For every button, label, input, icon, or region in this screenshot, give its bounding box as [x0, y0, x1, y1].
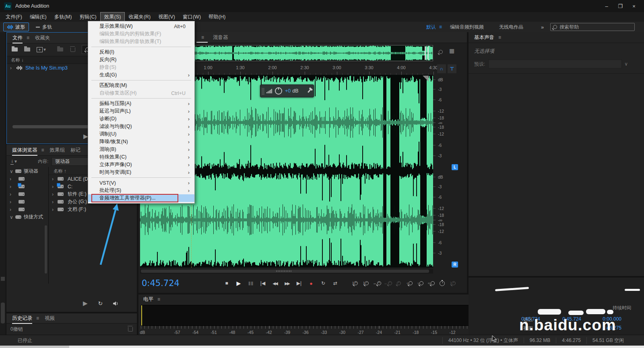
pause-timer-button[interactable]	[438, 279, 447, 287]
menubar-item-4[interactable]: 效果(S)	[101, 12, 125, 22]
multitrack-view-button[interactable]: 多轨	[32, 23, 56, 31]
view-range-handle[interactable]	[427, 46, 429, 60]
loop-preview-button[interactable]: ↻	[98, 300, 103, 307]
import-dropdown-icon[interactable]: ▾	[14, 159, 17, 164]
menubar-item-2[interactable]: 多轨(M)	[51, 12, 76, 22]
file-name[interactable]: She Is My Sin.mp3	[25, 65, 68, 71]
workspace-overflow-icon[interactable]: »	[541, 24, 544, 30]
open-file-icon[interactable]	[12, 47, 18, 51]
tree-item-drive-3[interactable]: ›	[6, 198, 48, 206]
editor-grid-icon[interactable]: ▦	[449, 47, 454, 54]
effects-menu-item-17[interactable]: 降噪/恢复(N)›	[88, 138, 194, 146]
zoom-preset-icon[interactable]	[439, 50, 443, 54]
zoom-out-width-button[interactable]: ↔−	[383, 279, 392, 287]
new-content-dropdown-icon[interactable]: ▾	[43, 47, 46, 52]
import-file-icon[interactable]	[24, 47, 30, 51]
menubar-item-6[interactable]: 视图(V)	[155, 12, 179, 22]
marker-tee-icon[interactable]: ⊤	[448, 64, 456, 73]
effects-menu-item-20[interactable]: 立体声声像(O)›	[88, 161, 194, 169]
hud-gain-knob[interactable]	[275, 87, 282, 95]
zoom-reset-button[interactable]: +	[394, 279, 403, 287]
auto-play-speaker-button[interactable]	[112, 301, 119, 306]
tab-effects-rack[interactable]: 效果组	[50, 147, 65, 154]
playhead-time-display[interactable]: 0:45.724	[142, 278, 180, 288]
effects-menu-item-14[interactable]: 诊断(D)›	[88, 115, 194, 123]
tree-item-drive-2[interactable]: ›	[6, 190, 48, 198]
menubar-item-3[interactable]: 剪辑(C)	[76, 12, 100, 22]
skip-to-end-button[interactable]: ▶|	[295, 279, 303, 287]
tab-mixer[interactable]: 混音器	[213, 34, 228, 41]
menubar-item-8[interactable]: 帮助(H)	[205, 12, 229, 22]
effects-menu-item-12[interactable]: 振幅与压限(A)›	[88, 100, 194, 107]
effects-menu-item-16[interactable]: 调制(U)›	[88, 130, 194, 138]
volume-hud[interactable]: +0 dB	[260, 84, 314, 97]
zoom-out-button[interactable]: |−	[361, 279, 371, 287]
levels-menu-icon[interactable]: ≡	[157, 297, 160, 302]
tree-item-drive-0[interactable]: ›	[6, 175, 48, 183]
tree-item-drives[interactable]: ∨驱动器	[6, 167, 48, 175]
minimize-button[interactable]: –	[600, 0, 613, 12]
loop-playback-button[interactable]: ↻	[319, 279, 328, 287]
preview-play-button[interactable]: ▶	[83, 133, 88, 140]
record-button[interactable]: ●	[307, 279, 316, 287]
workspace-default-tab[interactable]: 默认	[426, 24, 436, 31]
help-search-input[interactable]: 搜索帮助	[550, 23, 635, 31]
effects-menu-item-1[interactable]: 编辑效果组内的剪辑效果(F)	[88, 30, 194, 38]
new-content-icon[interactable]: +	[37, 47, 43, 52]
tree-item-drive-1[interactable]: ›	[6, 183, 48, 190]
close-button[interactable]: ×	[627, 0, 641, 12]
rewind-button[interactable]: ◀◀	[270, 279, 279, 287]
zoom-in-disabled-button[interactable]: |+	[448, 279, 458, 287]
effects-menu-item-2[interactable]: 编辑效果组内的音轨效果(T)	[88, 38, 194, 45]
restore-button[interactable]: ❐	[613, 0, 627, 12]
expand-file-icon[interactable]: ›	[10, 65, 12, 71]
essential-sound-menu-icon[interactable]: ≡	[498, 35, 501, 40]
left-channel-badge[interactable]: L	[452, 164, 458, 170]
hud-gain-value[interactable]: +0	[285, 88, 291, 94]
effects-menu-item-7[interactable]: 生成(G)›	[88, 71, 194, 79]
effects-menu-item-13[interactable]: 延迟与回声(L)›	[88, 107, 194, 115]
files-name-column-header[interactable]: 名称 ↓	[11, 57, 24, 63]
import-media-icon[interactable]: ↓	[10, 158, 14, 165]
pause-button[interactable]: ▮▮	[246, 279, 255, 287]
tab-favorites[interactable]: 收藏夹	[35, 35, 50, 41]
editor-menu-icon[interactable]: ≡	[201, 35, 204, 40]
effects-menu-item-15[interactable]: 滤波与均衡(Q)›	[88, 123, 194, 130]
menubar-item-5[interactable]: 收藏夹(R)	[125, 12, 154, 22]
workspace-edit-av-tab[interactable]: 编辑音频到视频	[450, 24, 484, 31]
files-horizontal-scrollbar[interactable]	[12, 125, 98, 128]
menubar-item-7[interactable]: 窗口(W)	[179, 12, 204, 22]
stop-button[interactable]: ■	[222, 279, 231, 287]
zoom-selection-right-button[interactable]: ›	[416, 279, 425, 287]
zoom-in-button[interactable]: |+	[351, 279, 360, 287]
zoom-in-width-button[interactable]: ↔+	[372, 279, 382, 287]
effects-menu-item-0[interactable]: 显示效果组(W)Alt+0	[88, 23, 194, 30]
skip-to-start-button[interactable]: |◀	[258, 279, 267, 287]
preset-dropdown[interactable]	[488, 60, 622, 68]
editor-horizontal-scrollbar[interactable]	[140, 269, 433, 274]
effects-menu-item-19[interactable]: 特殊效果(C)›	[88, 153, 194, 161]
right-channel-badge[interactable]: R	[452, 262, 458, 268]
files-panel-menu-icon[interactable]: ≡	[27, 35, 29, 41]
effects-menu-item-24[interactable]: 批处理(S)›	[88, 187, 194, 194]
snap-magnet-icon[interactable]: ∩	[437, 64, 446, 73]
hud-pin-icon[interactable]	[308, 89, 311, 93]
tab-files[interactable]: 文件	[12, 35, 23, 43]
tab-media-browser[interactable]: 媒体浏览器	[12, 147, 37, 156]
menubar-item-1[interactable]: 编辑(E)	[26, 12, 50, 22]
history-menu-icon[interactable]: ≡	[36, 315, 39, 321]
left-scrollbar[interactable]	[1, 303, 5, 323]
effects-menu-item-18[interactable]: 混响(B)›	[88, 146, 194, 153]
effects-menu-item-6[interactable]: 静音(S)	[88, 64, 194, 71]
effects-menu-item-21[interactable]: 时间与变调(E)›	[88, 169, 194, 176]
tree-scrollbar[interactable]	[45, 225, 47, 274]
effects-menu-item-9[interactable]: 匹配响度(M)	[88, 82, 194, 89]
hud-grip-icon[interactable]	[262, 87, 264, 95]
move-playhead-button[interactable]: ⇄	[331, 279, 340, 287]
waveform-view-button[interactable]: 波形	[3, 23, 29, 31]
view-range-handle[interactable]	[425, 46, 426, 60]
drives-name-column-header[interactable]: 名称 ↑	[54, 168, 66, 174]
effects-menu-item-4[interactable]: 反相(I)	[88, 48, 194, 56]
fast-forward-button[interactable]: ▶▶	[283, 279, 291, 287]
menubar-item-0[interactable]: 文件(F)	[2, 12, 26, 22]
